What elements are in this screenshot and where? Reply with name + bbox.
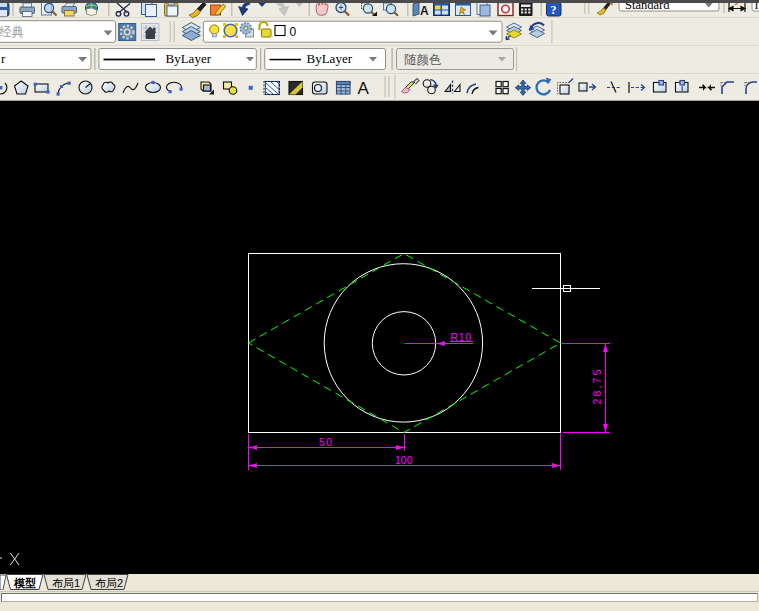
svg-text:模型: 模型 [13, 577, 36, 589]
svg-text:布局1: 布局1 [52, 577, 80, 589]
svg-text:50: 50 [319, 436, 332, 448]
svg-text:28,75: 28,75 [591, 369, 603, 404]
svg-text:100: 100 [395, 454, 413, 466]
svg-text:布局2: 布局2 [95, 577, 123, 589]
svg-text:R10: R10 [451, 331, 472, 343]
